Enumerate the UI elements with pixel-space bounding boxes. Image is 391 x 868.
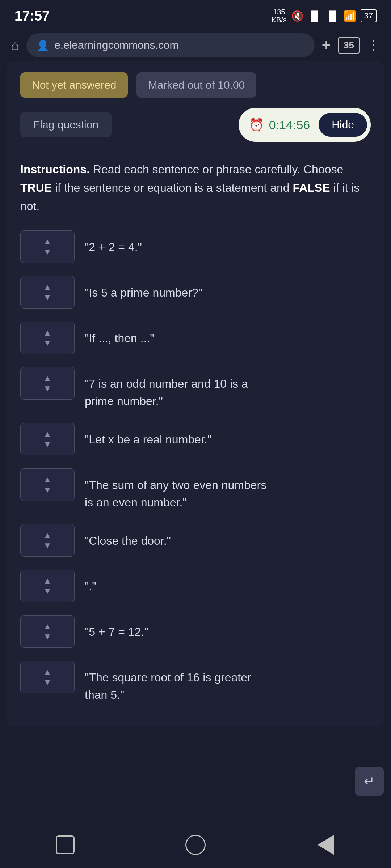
arrow-up-10: ▲: [43, 668, 52, 676]
arrow-up-6: ▲: [43, 475, 52, 484]
question-item-1: ▲ ▼ "2 + 2 = 4.": [20, 230, 371, 263]
question-text-8: ".": [85, 570, 371, 595]
question-text-6: "The sum of any two even numbers is an e…: [85, 468, 371, 511]
arrow-down-5: ▼: [43, 440, 52, 448]
timer-value: 0:14:56: [269, 118, 310, 132]
select-8[interactable]: ▲ ▼: [20, 570, 75, 602]
arrow-down-6: ▼: [43, 485, 52, 494]
select-10[interactable]: ▲ ▼: [20, 661, 75, 693]
question-text-3: "If ..., then ...": [85, 322, 371, 347]
instructions-true: TRUE: [20, 181, 52, 194]
select-arrows-8: ▲ ▼: [43, 576, 52, 595]
browser-menu-icon[interactable]: ⋮: [367, 38, 380, 53]
bottom-nav: [0, 821, 391, 868]
select-5[interactable]: ▲ ▼: [20, 423, 75, 455]
question-text-2: "Is 5 a prime number?": [85, 276, 371, 301]
flag-question-button[interactable]: Flag question: [20, 112, 112, 137]
select-1[interactable]: ▲ ▼: [20, 230, 75, 263]
arrow-down-4: ▼: [43, 384, 52, 393]
nav-stop-button[interactable]: [51, 830, 80, 859]
hide-timer-button[interactable]: Hide: [319, 113, 367, 137]
arrow-down-1: ▼: [43, 247, 52, 256]
marked-out-badge: Marked out of 10.00: [136, 72, 256, 98]
question-item-10: ▲ ▼ "The square root of 16 is greater th…: [20, 661, 371, 703]
instructions-text-1: Read each sentence or phrase carefully. …: [90, 163, 343, 176]
nav-back-button[interactable]: [311, 830, 340, 859]
select-4[interactable]: ▲ ▼: [20, 367, 75, 400]
arrow-up-3: ▲: [43, 328, 52, 337]
select-arrows-5: ▲ ▼: [43, 430, 52, 448]
arrow-up-2: ▲: [43, 283, 52, 292]
question-text-7: "Close the door.": [85, 524, 371, 549]
arrow-up-4: ▲: [43, 374, 52, 383]
question-item-8: ▲ ▼ ".": [20, 570, 371, 602]
select-arrows-9: ▲ ▼: [43, 622, 52, 641]
divider: [20, 153, 371, 153]
tab-count[interactable]: 35: [338, 37, 360, 54]
arrow-up-1: ▲: [43, 237, 52, 246]
question-text-10: "The square root of 16 is greater than 5…: [85, 661, 371, 703]
arrow-down-9: ▼: [43, 632, 52, 641]
arrow-down-2: ▼: [43, 293, 52, 302]
select-arrows-10: ▲ ▼: [43, 668, 52, 686]
nav-stop-icon: [56, 835, 75, 854]
nav-home-icon: [185, 835, 206, 855]
select-7[interactable]: ▲ ▼: [20, 524, 75, 557]
home-icon[interactable]: ⌂: [11, 38, 19, 53]
arrow-up-5: ▲: [43, 430, 52, 438]
arrow-down-3: ▼: [43, 339, 52, 347]
status-time: 17:57: [14, 8, 50, 24]
arrow-down-8: ▼: [43, 587, 52, 595]
signal-icon: ▐▌: [308, 10, 321, 22]
signal-icon-2: ▐▌: [326, 10, 339, 22]
question-item-4: ▲ ▼ "7 is an odd number and 10 is a prim…: [20, 367, 371, 410]
select-arrows-4: ▲ ▼: [43, 374, 52, 393]
select-6[interactable]: ▲ ▼: [20, 468, 75, 501]
flag-timer-row: Flag question ⏰ 0:14:56 Hide: [20, 108, 371, 142]
select-arrows-3: ▲ ▼: [43, 328, 52, 347]
select-2[interactable]: ▲ ▼: [20, 276, 75, 309]
address-bar-icon: 👤: [37, 39, 49, 51]
select-9[interactable]: ▲ ▼: [20, 615, 75, 648]
battery-icon: 37: [361, 9, 377, 22]
address-text: e.elearningcommons.com: [54, 39, 179, 51]
instructions-prefix: Instructions.: [20, 163, 90, 176]
address-bar[interactable]: 👤 e.elearningcommons.com: [26, 33, 315, 57]
question-text-4: "7 is an odd number and 10 is a prime nu…: [85, 367, 371, 410]
browser-bar: ⌂ 👤 e.elearningcommons.com + 35 ⋮: [0, 29, 391, 61]
instructions-text: Instructions. Read each sentence or phra…: [20, 160, 371, 216]
not-answered-badge: Not yet answered: [20, 72, 128, 98]
wifi-icon: 📶: [344, 10, 356, 22]
kb-speed: 135KB/s: [272, 8, 287, 24]
mute-icon: 🔇: [291, 10, 304, 22]
select-arrows-7: ▲ ▼: [43, 531, 52, 550]
arrow-down-10: ▼: [43, 678, 52, 686]
question-item-9: ▲ ▼ "5 + 7 = 12.": [20, 615, 371, 648]
back-keyboard-icon: ↵: [364, 774, 375, 789]
select-arrows-2: ▲ ▼: [43, 283, 52, 302]
status-bar: 17:57 135KB/s 🔇 ▐▌ ▐▌ 📶 37: [0, 0, 391, 29]
select-arrows-6: ▲ ▼: [43, 475, 52, 494]
badges-row: Not yet answered Marked out of 10.00: [20, 72, 371, 98]
instructions-false: FALSE: [293, 181, 330, 194]
status-icons: 135KB/s 🔇 ▐▌ ▐▌ 📶 37: [272, 8, 377, 24]
select-3[interactable]: ▲ ▼: [20, 322, 75, 354]
question-item-5: ▲ ▼ "Let x be a real number.": [20, 423, 371, 455]
select-arrows-1: ▲ ▼: [43, 237, 52, 256]
arrow-up-9: ▲: [43, 622, 52, 631]
question-item-6: ▲ ▼ "The sum of any two even numbers is …: [20, 468, 371, 511]
timer-container: ⏰ 0:14:56 Hide: [239, 108, 371, 142]
timer-icon: ⏰: [249, 118, 264, 132]
nav-back-icon: [318, 835, 334, 855]
question-text-9: "5 + 7 = 12.": [85, 615, 371, 641]
arrow-up-8: ▲: [43, 576, 52, 585]
new-tab-button[interactable]: +: [322, 37, 331, 54]
main-content: Not yet answered Marked out of 10.00 Fla…: [7, 61, 384, 727]
arrow-down-7: ▼: [43, 541, 52, 550]
nav-home-button[interactable]: [181, 830, 210, 859]
arrow-up-7: ▲: [43, 531, 52, 540]
question-item-2: ▲ ▼ "Is 5 a prime number?": [20, 276, 371, 309]
fab-back-button[interactable]: ↵: [355, 767, 384, 796]
question-item-3: ▲ ▼ "If ..., then ...": [20, 322, 371, 354]
question-text-5: "Let x be a real number.": [85, 423, 371, 448]
